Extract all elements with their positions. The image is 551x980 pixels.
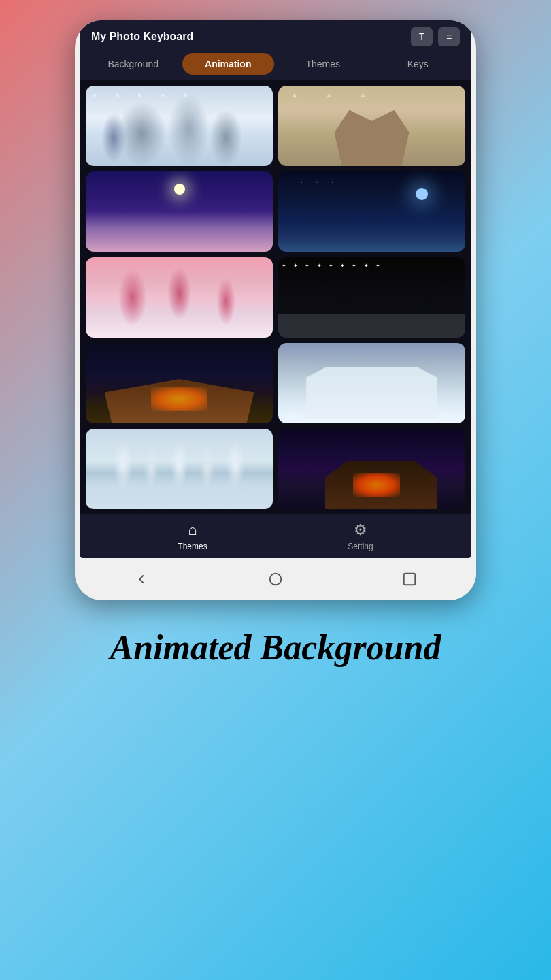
back-icon (134, 572, 149, 587)
themes-nav-icon: ⌂ (188, 521, 197, 539)
phone-screen: My Photo Keyboard T ≡ Background Animati… (80, 20, 471, 558)
grid-item-4[interactable] (278, 172, 465, 252)
footer-section: Animated Background (0, 614, 551, 681)
grid-item-9[interactable] (86, 429, 273, 509)
tab-background[interactable]: Background (87, 53, 180, 75)
phone-bottom-bar (75, 558, 476, 600)
tab-bar: Background Animation Themes Keys (80, 53, 471, 80)
nav-themes[interactable]: ⌂ Themes (178, 521, 207, 551)
nav-settings[interactable]: ⚙ Setting (348, 521, 373, 551)
menu-icon[interactable]: ≡ (438, 27, 460, 46)
grid-item-1[interactable] (86, 86, 273, 166)
header-icon-group: T ≡ (411, 27, 460, 46)
svg-rect-1 (403, 574, 415, 585)
image-grid (80, 80, 471, 514)
nav-themes-label: Themes (178, 542, 207, 551)
grid-item-8[interactable] (278, 343, 465, 423)
back-button[interactable] (131, 569, 152, 589)
grid-item-3[interactable] (86, 172, 273, 252)
app-title: My Photo Keyboard (91, 31, 193, 43)
text-size-icon[interactable]: T (411, 27, 433, 46)
recents-button[interactable] (399, 569, 420, 589)
footer-text: Animated Background (14, 627, 537, 668)
recents-icon (402, 572, 417, 587)
grid-item-6[interactable] (278, 257, 465, 338)
bottom-nav: ⌂ Themes ⚙ Setting (80, 514, 471, 558)
app-header: My Photo Keyboard T ≡ (80, 20, 471, 53)
tab-animation[interactable]: Animation (182, 53, 275, 75)
tab-keys[interactable]: Keys (372, 53, 465, 75)
grid-item-10[interactable] (278, 429, 465, 509)
home-button[interactable] (265, 569, 286, 589)
phone-device: My Photo Keyboard T ≡ Background Animati… (75, 20, 476, 600)
settings-nav-icon: ⚙ (354, 521, 367, 539)
grid-item-2[interactable] (278, 86, 465, 166)
svg-point-0 (270, 574, 282, 585)
home-icon (268, 572, 283, 587)
nav-settings-label: Setting (348, 542, 373, 551)
grid-item-7[interactable] (86, 343, 273, 423)
grid-item-5[interactable] (86, 257, 273, 338)
tab-themes[interactable]: Themes (277, 53, 369, 75)
